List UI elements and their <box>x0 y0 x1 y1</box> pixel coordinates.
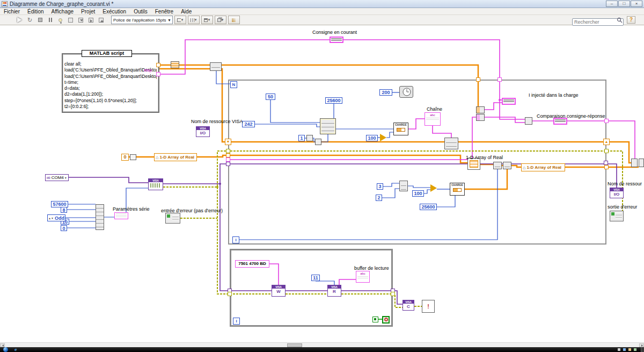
menu-fenetre[interactable]: Fenêtre <box>151 8 177 15</box>
matlab-output-terminal[interactable] <box>156 63 160 67</box>
show-desktop-button[interactable] <box>641 347 644 352</box>
scroll-left-arrow[interactable] <box>0 343 5 347</box>
wire-magenta-compare-exit[interactable] <box>567 121 635 159</box>
menu-projet[interactable]: Projet <box>77 8 99 15</box>
visa-write-node[interactable]: VISAW <box>272 285 286 297</box>
distribute-objects-dropdown[interactable]: ▾ <box>188 16 200 24</box>
charge-subvi-2[interactable]: CHARGE <box>450 183 465 196</box>
wire-orange-matlab-top[interactable] <box>159 65 478 106</box>
ring-constant-parity[interactable]: ▲▼Odd <box>47 214 65 221</box>
wire-blue-3[interactable] <box>383 183 399 186</box>
pause-button[interactable] <box>46 16 55 24</box>
property-node[interactable] <box>320 118 336 134</box>
wire-purple-com4[interactable] <box>69 177 148 183</box>
array-node-2[interactable] <box>493 162 502 169</box>
tray-icon[interactable] <box>618 348 620 351</box>
wire-magenta-bd-string[interactable] <box>269 264 279 285</box>
wire-magenta-chaine-down[interactable] <box>433 126 451 138</box>
menu-fichier[interactable]: Fichier <box>0 8 24 15</box>
edge-node-1[interactable] <box>631 159 638 167</box>
edge-node-2[interactable] <box>639 159 644 167</box>
tunnel-purple-left[interactable] <box>226 162 230 166</box>
shift-register-left[interactable]: ▼ <box>225 139 231 145</box>
minimize-button[interactable]: – <box>606 1 618 7</box>
abort-button[interactable] <box>35 16 45 24</box>
numeric-constant-2[interactable]: 2 <box>376 195 382 201</box>
scroll-right-arrow[interactable] <box>639 343 644 347</box>
tunnel-purple-right[interactable] <box>604 161 608 165</box>
retain-wire-values-button[interactable] <box>66 16 75 24</box>
wire-blue-11[interactable] <box>316 281 334 285</box>
wire-magenta-conv-b[interactable] <box>485 117 525 123</box>
tunnel-orange-top[interactable] <box>476 77 480 82</box>
wire-orange-charge2-out[interactable] <box>465 169 507 189</box>
highlight-execution-button[interactable] <box>56 16 65 24</box>
numeric-constant-1[interactable]: 1 <box>298 135 305 141</box>
search-input[interactable] <box>572 18 624 26</box>
maximize-button[interactable]: □ <box>618 1 630 7</box>
numeric-constant-3[interactable]: 3 <box>377 183 383 190</box>
wire-orange-index-chain-3[interactable] <box>511 166 521 167</box>
step-into-button[interactable] <box>76 16 85 24</box>
boolean-constant[interactable] <box>372 317 378 322</box>
resize-objects-dropdown[interactable]: ▾ <box>201 16 213 24</box>
bundle-node[interactable] <box>96 204 104 230</box>
wire-blue-25600b[interactable] <box>436 196 455 207</box>
tunnel-orange-right[interactable] <box>604 165 609 169</box>
wire-blue-tri1-out[interactable] <box>386 132 393 138</box>
error-in-cluster[interactable] <box>165 213 180 224</box>
loop-count-terminal[interactable]: N <box>230 81 237 88</box>
menu-affichage[interactable]: Affichage <box>48 8 78 15</box>
wire-blue-add-out[interactable] <box>321 134 328 142</box>
array-node-3[interactable] <box>503 162 511 169</box>
numeric-constant-200[interactable]: 200 <box>379 89 392 96</box>
wire-error-down[interactable] <box>217 187 272 294</box>
tray-icon[interactable] <box>634 348 636 351</box>
wire-blue-2[interactable] <box>382 189 399 198</box>
injecte-indicator[interactable] <box>502 98 516 105</box>
tunnel-magenta-top[interactable] <box>497 77 502 82</box>
numeric-constant-11[interactable]: 11 <box>311 275 320 281</box>
numeric-constant-100b[interactable]: 100 <box>412 190 424 197</box>
step-out-button[interactable] <box>97 16 106 24</box>
align-objects-dropdown[interactable]: ▾ <box>174 16 186 24</box>
visa-resource-control[interactable]: VISAI/O <box>196 126 210 137</box>
charge-subvi-1[interactable]: CHARGE <box>393 123 408 135</box>
conversion-node-b[interactable] <box>476 114 485 121</box>
numeric-constant-50[interactable]: 50 <box>266 94 275 100</box>
numeric-constant-100a[interactable]: 100 <box>366 135 378 141</box>
tunnel-error-loop2-right[interactable] <box>391 292 395 296</box>
wire-orange-shift-init[interactable] <box>159 69 225 142</box>
menu-aide[interactable]: Aide <box>177 8 195 15</box>
tunnel-error-loop2-left[interactable] <box>228 292 232 296</box>
reorder-objects-dropdown[interactable]: ▾ <box>215 16 226 24</box>
array-indicator-right[interactable]: ⌂1-D Array of Real <box>521 163 565 171</box>
conversion-node-a[interactable] <box>476 106 485 113</box>
visa-resource-right[interactable]: VISAI/O <box>610 188 624 198</box>
wire-magenta-charge1-chaine[interactable] <box>408 119 425 129</box>
function-node-a[interactable] <box>306 135 313 141</box>
tunnel-magenta-right[interactable] <box>604 119 609 123</box>
array-control-left[interactable]: ⌂1-D Array of Real <box>154 153 197 161</box>
run-continuous-button[interactable]: ↻ <box>25 16 34 24</box>
parametres-serie-cluster[interactable] <box>114 212 128 219</box>
start-button[interactable] <box>3 347 8 352</box>
tunnel-error-right[interactable] <box>604 149 609 153</box>
string-indicator-chaine[interactable]: abc <box>425 112 441 126</box>
font-selector[interactable]: Police de l'application 15pts ▾ <box>111 16 173 24</box>
function-node-b[interactable] <box>315 139 321 145</box>
array-subset-node[interactable] <box>171 61 179 68</box>
wire-blue-count[interactable] <box>216 71 230 84</box>
string-constant-bd[interactable]: 7501 4700 BD <box>235 260 269 268</box>
horizontal-scrollbar[interactable] <box>0 342 644 347</box>
tunnel-magenta-left[interactable] <box>226 157 230 162</box>
menu-edition[interactable]: Édition <box>24 8 48 15</box>
wait-ms-node[interactable] <box>399 86 413 98</box>
loop-iteration-terminal[interactable]: i <box>232 236 239 243</box>
close-button[interactable]: × <box>631 1 642 7</box>
numeric-constant-25600b[interactable]: 25600 <box>420 204 437 210</box>
wire-blue-100b[interactable] <box>424 190 430 193</box>
cleanup-diagram-button[interactable] <box>228 16 240 24</box>
help-button[interactable]: ? <box>627 16 635 24</box>
consigne-indicator[interactable] <box>330 37 343 43</box>
